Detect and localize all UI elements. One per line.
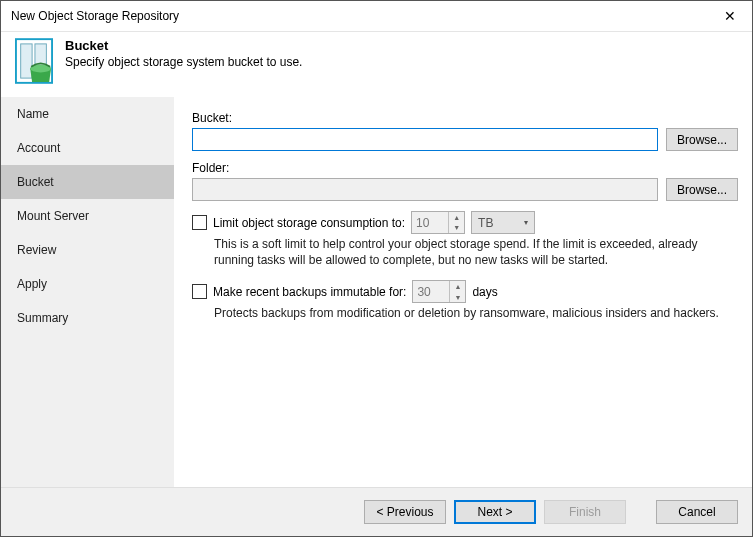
close-icon: ✕ xyxy=(724,8,736,24)
limit-unit-value: TB xyxy=(472,216,518,230)
immutable-unit: days xyxy=(472,285,497,299)
sidebar-item-summary[interactable]: Summary xyxy=(1,301,174,335)
window-title: New Object Storage Repository xyxy=(11,9,179,23)
header-subtitle: Specify object storage system bucket to … xyxy=(65,55,302,69)
immutable-option-row: Make recent backups immutable for: 30 ▲ … xyxy=(192,280,738,303)
previous-button[interactable]: < Previous xyxy=(364,500,446,524)
spinner-down-icon: ▼ xyxy=(449,223,464,234)
sidebar-item-bucket[interactable]: Bucket xyxy=(1,165,174,199)
spinner-up-icon: ▲ xyxy=(450,281,465,292)
sidebar-item-label: Summary xyxy=(17,311,68,325)
next-button[interactable]: Next > xyxy=(454,500,536,524)
spinner-down-icon: ▼ xyxy=(450,292,465,303)
bucket-browse-button[interactable]: Browse... xyxy=(666,128,738,151)
folder-browse-button[interactable]: Browse... xyxy=(666,178,738,201)
main-panel: Bucket: Browse... Folder: Browse... Limi… xyxy=(174,97,752,487)
sidebar-item-account[interactable]: Account xyxy=(1,131,174,165)
header-text: Bucket Specify object storage system buc… xyxy=(65,38,302,69)
limit-help-text: This is a soft limit to help control you… xyxy=(214,236,734,268)
dialog-header: Bucket Specify object storage system buc… xyxy=(1,32,752,96)
immutable-value: 30 xyxy=(413,285,449,299)
sidebar-item-apply[interactable]: Apply xyxy=(1,267,174,301)
immutable-checkbox[interactable] xyxy=(192,284,207,299)
immutable-label: Make recent backups immutable for: xyxy=(213,285,406,299)
sidebar-item-label: Review xyxy=(17,243,56,257)
spinner-buttons: ▲ ▼ xyxy=(448,212,464,233)
sidebar-item-name[interactable]: Name xyxy=(1,97,174,131)
svg-rect-1 xyxy=(21,44,32,78)
limit-unit-combo: TB ▾ xyxy=(471,211,535,234)
spinner-up-icon: ▲ xyxy=(449,212,464,223)
dialog-body: Name Account Bucket Mount Server Review … xyxy=(1,96,752,487)
spinner-buttons: ▲ ▼ xyxy=(449,281,465,302)
bucket-label: Bucket: xyxy=(192,111,738,125)
sidebar-item-label: Mount Server xyxy=(17,209,89,223)
titlebar: New Object Storage Repository ✕ xyxy=(1,1,752,32)
limit-value: 10 xyxy=(412,216,448,230)
limit-option-row: Limit object storage consumption to: 10 … xyxy=(192,211,738,234)
wizard-sidebar: Name Account Bucket Mount Server Review … xyxy=(1,97,174,487)
sidebar-item-label: Account xyxy=(17,141,60,155)
bucket-input[interactable] xyxy=(192,128,658,151)
finish-button: Finish xyxy=(544,500,626,524)
cancel-button[interactable]: Cancel xyxy=(656,500,738,524)
close-button[interactable]: ✕ xyxy=(707,1,752,31)
folder-label: Folder: xyxy=(192,161,738,175)
immutable-value-spinner: 30 ▲ ▼ xyxy=(412,280,466,303)
sidebar-item-label: Name xyxy=(17,107,49,121)
sidebar-item-label: Apply xyxy=(17,277,47,291)
sidebar-item-review[interactable]: Review xyxy=(1,233,174,267)
folder-field: Folder: Browse... xyxy=(192,161,738,201)
limit-label: Limit object storage consumption to: xyxy=(213,216,405,230)
dialog-footer: < Previous Next > Finish Cancel xyxy=(1,487,752,536)
immutable-help-text: Protects backups from modification or de… xyxy=(214,305,734,321)
limit-value-spinner: 10 ▲ ▼ xyxy=(411,211,465,234)
dialog-window: New Object Storage Repository ✕ Bucket S… xyxy=(0,0,753,537)
chevron-down-icon: ▾ xyxy=(518,218,534,227)
bucket-icon xyxy=(15,38,53,84)
header-title: Bucket xyxy=(65,38,302,53)
sidebar-item-mount-server[interactable]: Mount Server xyxy=(1,199,174,233)
sidebar-item-label: Bucket xyxy=(17,175,54,189)
bucket-field: Bucket: Browse... xyxy=(192,111,738,151)
limit-checkbox[interactable] xyxy=(192,215,207,230)
folder-input xyxy=(192,178,658,201)
